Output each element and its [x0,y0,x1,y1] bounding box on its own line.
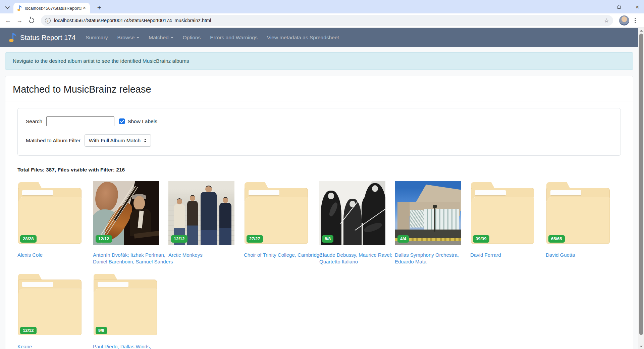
caret-down-icon [137,37,139,40]
minimize-icon [599,7,603,7]
tab-close-button[interactable]: × [82,5,87,11]
main-card: Matched to MusicBrainz release Search Sh… [5,76,633,349]
bookmark-star-icon[interactable]: ☆ [604,17,609,24]
search-label: Search [26,118,42,124]
artist-thumb[interactable]: 9/9 [93,273,159,337]
music-note-brand-icon [8,32,17,43]
artist-thumb[interactable]: 65/65 [546,181,612,245]
address-bar[interactable]: i localhost:4567/StatusReport00174/Statu… [41,15,613,26]
profile-avatar[interactable] [619,15,629,26]
artist-name-link[interactable]: Antonín Dvořák; Itzhak Perlman, Daniel B… [93,252,173,265]
nav-link[interactable]: Options [178,35,205,41]
artist-thumb[interactable]: 4/4 [395,181,461,245]
browser-toolbar: ← → i localhost:4567/StatusReport00174/S… [0,13,644,28]
match-badge: 39/39 [473,235,489,243]
nav-link[interactable]: Summary [81,35,112,41]
artist-name-link[interactable]: Claude Debussy, Maurice Ravel; Quartetto… [319,252,400,265]
artist-thumb[interactable]: 27/27 [244,181,310,245]
artist-tile[interactable]: 8/8 Claude Debussy, Maurice Ravel; Quart… [319,181,385,265]
album-filter-select[interactable]: With Full Album Match [85,134,151,147]
page-scrollbar[interactable] [638,28,644,349]
artist-tile[interactable]: 4/4 Dallas Symphony Orchestra, Eduardo M… [395,181,461,265]
artist-tile[interactable]: 9/9 Paul Riedo, Dallas Winds, Frederick … [93,273,159,349]
back-button[interactable]: ← [4,16,12,24]
match-badge: 4/4 [397,235,409,243]
nav-link-label: Matched [149,35,168,41]
nav-link-label: Summary [86,35,108,41]
show-labels-label: Show Labels [127,118,157,124]
window-restore-button[interactable] [615,3,623,11]
reload-button[interactable] [28,16,36,24]
nav-link-label: Options [183,35,201,41]
info-alert: Navigate to the desired album artist to … [5,52,633,70]
artist-thumb[interactable]: 12/12 [168,181,234,245]
artist-name-link[interactable]: Choir of Trinity College, Cambridge [244,252,324,258]
brand-title: Status Report 174 [20,34,75,42]
artist-tile[interactable]: 12/12 Antonín Dvořák; Itzhak Perlman, Da… [93,181,159,265]
filter-panel: Search Show Labels Matched to Album Filt… [17,108,621,156]
scroll-down-icon [640,346,643,347]
scroll-up-icon [640,30,643,32]
page-info-icon[interactable]: i [45,18,51,23]
nav-link-label: Errors and Warnings [210,35,258,41]
show-labels-checkbox[interactable] [119,118,125,124]
window-close-button[interactable]: × [633,3,641,11]
scroll-up-button[interactable] [638,28,644,33]
select-arrows-icon [144,139,147,142]
new-tab-button[interactable]: + [95,3,104,12]
artist-tile[interactable]: 12/12 Keane [17,273,84,349]
chevron-down-icon [5,4,10,9]
match-badge: 28/28 [20,235,37,243]
navbar-links: Summary Browse Matched Options Errors an… [81,35,344,41]
artist-name-link[interactable]: Arctic Monkeys [168,252,249,258]
match-badge: 12/12 [96,235,112,243]
totals-text: Total Files: 387, Files visible with Fil… [17,167,621,173]
artist-thumb[interactable]: 12/12 [17,273,84,337]
navbar-brand[interactable]: Status Report 174 [8,32,75,43]
album-filter-label: Matched to Album Filter [26,138,80,144]
artist-grid: 28/28 Alexis Cole [17,181,621,349]
forward-button[interactable]: → [15,16,23,24]
match-badge: 8/8 [322,235,333,243]
artist-name-link[interactable]: Alexis Cole [17,252,98,258]
match-badge: 9/9 [96,327,107,334]
nav-link-label: View metadata as Spreadsheet [267,35,339,41]
artist-tile[interactable]: 28/28 Alexis Cole [17,181,84,265]
artist-thumb[interactable]: 8/8 [319,181,385,245]
artist-name-link[interactable]: Keane [17,343,98,349]
site-navbar: Status Report 174 Summary Browse Matched… [0,28,638,47]
url-text[interactable]: localhost:4567/StatusReport00174/StatusR… [54,18,604,23]
nav-link[interactable]: View metadata as Spreadsheet [262,35,344,41]
browser-menu-button[interactable] [631,16,639,24]
nav-link[interactable]: Matched [144,35,178,41]
tab-title: localhost:4567/StatusReport001 [25,6,82,11]
artist-tile[interactable]: 65/65 David Guetta [546,181,612,265]
album-filter-value: With Full Album Match [89,138,141,144]
reload-icon [28,17,35,24]
artist-thumb[interactable]: 28/28 [17,181,84,245]
artist-name-link[interactable]: Paul Riedo, Dallas Winds, Frederick Fenn… [93,343,173,349]
caret-down-icon [171,37,173,40]
artist-tile[interactable]: 12/12 Arctic Monkeys [168,181,234,265]
close-icon: × [635,4,639,10]
artist-name-link[interactable]: Dallas Symphony Orchestra, Eduardo Mata [395,252,475,265]
window-minimize-button[interactable] [597,3,605,11]
nav-link[interactable]: Browse [113,35,144,41]
artist-name-link[interactable]: David Guetta [546,252,626,258]
artist-tile[interactable]: 39/39 David Ferrard [470,181,536,265]
artist-thumb[interactable]: 12/12 [93,181,159,245]
tab-search-button[interactable] [3,3,12,11]
scroll-down-button[interactable] [638,344,644,349]
music-note-favicon-icon [17,5,22,11]
artist-thumb[interactable]: 39/39 [470,181,536,245]
artist-tile[interactable]: 27/27 Choir of Trinity College, Cambridg… [244,181,310,265]
scrollbar-thumb[interactable] [639,34,643,335]
divider [5,101,633,101]
match-badge: 12/12 [171,235,187,243]
nav-link-label: Browse [117,35,135,41]
match-badge: 27/27 [247,235,263,243]
nav-link[interactable]: Errors and Warnings [205,35,262,41]
search-input[interactable] [46,116,114,126]
artist-name-link[interactable]: David Ferrard [470,252,551,258]
browser-tab[interactable]: localhost:4567/StatusReport001 × [13,3,90,13]
